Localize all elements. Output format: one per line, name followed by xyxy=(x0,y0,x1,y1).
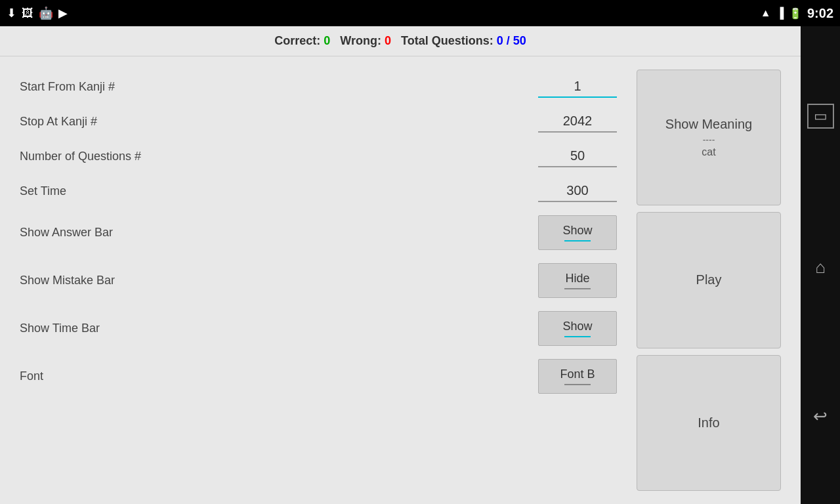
show-answer-bar-row: Show Answer Bar Show xyxy=(20,209,617,257)
show-meaning-button[interactable]: Show Meaning ---- cat xyxy=(637,70,781,205)
show-answer-bar-label: Show Answer Bar xyxy=(20,226,538,240)
num-questions-input[interactable] xyxy=(538,146,617,167)
show-time-bar-button[interactable]: Show xyxy=(538,311,617,346)
header: Correct: 0 Wrong: 0 Total Questions: 0 /… xyxy=(0,26,801,56)
correct-value: 0 xyxy=(324,34,330,47)
wrong-label: Wrong: xyxy=(340,34,381,47)
show-mistake-bar-row: Show Mistake Bar Hide xyxy=(20,257,617,304)
image-icon: 🖼 xyxy=(22,7,33,20)
battery-icon: 🔋 xyxy=(789,7,802,20)
nav-back-icon[interactable]: ▭ xyxy=(807,104,834,129)
stop-kanji-row: Stop At Kanji # xyxy=(20,104,617,139)
wifi-icon: ▲ xyxy=(761,7,771,19)
nav-return-icon[interactable]: ↩ xyxy=(813,406,828,427)
play-label: Play xyxy=(696,272,722,287)
info-label: Info xyxy=(698,415,719,430)
num-questions-label: Number of Questions # xyxy=(20,150,538,163)
num-questions-row: Number of Questions # xyxy=(20,139,617,174)
status-time: 9:02 xyxy=(807,6,833,21)
android-icon: 🤖 xyxy=(39,6,53,20)
status-icons-left: ⬇ 🖼 🤖 ▶ xyxy=(7,6,68,20)
font-label: Font xyxy=(20,369,538,383)
show-meaning-cat: cat xyxy=(702,146,715,158)
set-time-row: Set Time xyxy=(20,174,617,209)
start-kanji-input[interactable] xyxy=(538,76,617,98)
app-area: Correct: 0 Wrong: 0 Total Questions: 0 /… xyxy=(0,26,801,504)
total-questions-label: Total Questions: xyxy=(401,34,494,47)
set-time-label: Set Time xyxy=(20,184,538,198)
show-meaning-separator: ---- xyxy=(703,135,715,145)
start-kanji-row: Start From Kanji # xyxy=(20,70,617,104)
start-kanji-label: Start From Kanji # xyxy=(20,80,538,94)
stop-kanji-input[interactable] xyxy=(538,111,617,133)
info-button[interactable]: Info xyxy=(637,355,781,491)
download-icon: ⬇ xyxy=(7,6,16,20)
status-right: ▲ ▐ 🔋 9:02 xyxy=(761,6,833,21)
status-bar: ⬇ 🖼 🤖 ▶ ▲ ▐ 🔋 9:02 xyxy=(0,0,840,26)
right-panel: Show Meaning ---- cat Play Info xyxy=(637,70,781,491)
signal-icon: ▐ xyxy=(776,7,784,19)
show-meaning-label: Show Meaning xyxy=(665,117,752,132)
show-mistake-bar-label: Show Mistake Bar xyxy=(20,274,538,287)
play-icon: ▶ xyxy=(58,6,68,20)
show-time-bar-row: Show Time Bar Show xyxy=(20,304,617,352)
play-button[interactable]: Play xyxy=(637,212,781,348)
show-mistake-bar-button[interactable]: Hide xyxy=(538,263,617,298)
correct-label: Correct: xyxy=(274,34,320,47)
total-questions-value: 0 / 50 xyxy=(497,34,526,47)
set-time-input[interactable] xyxy=(538,180,617,202)
left-panel: Start From Kanji # Stop At Kanji # Numbe… xyxy=(20,70,617,491)
font-row: Font Font B xyxy=(20,352,617,400)
show-time-bar-label: Show Time Bar xyxy=(20,322,538,335)
font-button[interactable]: Font B xyxy=(538,359,617,394)
stop-kanji-label: Stop At Kanji # xyxy=(20,115,538,129)
wrong-value: 0 xyxy=(385,34,391,47)
nav-home-icon[interactable]: ⌂ xyxy=(815,257,826,278)
nav-bar: ▭ ⌂ ↩ xyxy=(801,26,840,504)
form-area: Start From Kanji # Stop At Kanji # Numbe… xyxy=(0,56,801,504)
show-answer-bar-button[interactable]: Show xyxy=(538,215,617,250)
